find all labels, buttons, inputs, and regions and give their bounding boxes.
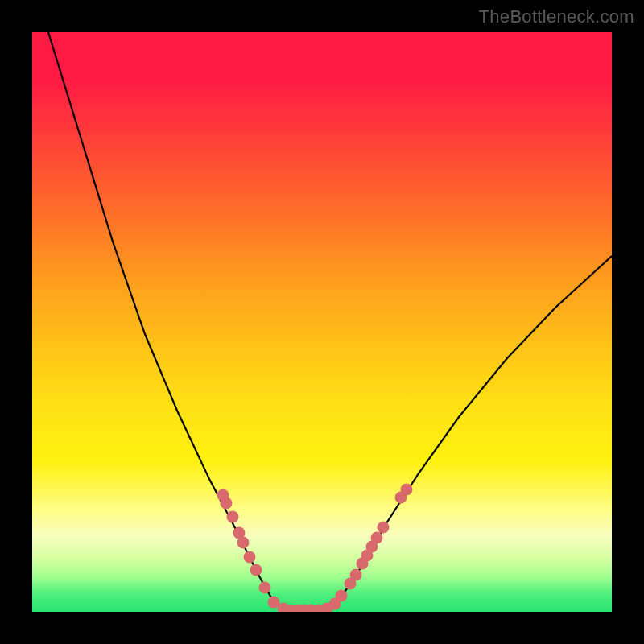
chart-svg — [32, 32, 612, 612]
marker-dot — [259, 582, 271, 594]
marker-dot — [371, 532, 383, 544]
marker-dot — [250, 564, 262, 576]
scatter-markers — [217, 484, 413, 613]
marker-dot — [237, 537, 250, 549]
bottleneck-curve — [48, 32, 612, 610]
marker-dot — [378, 522, 390, 534]
marker-dot — [227, 511, 239, 523]
marker-dot — [221, 497, 233, 510]
marker-dot — [350, 569, 362, 581]
plot-area — [32, 32, 612, 612]
chart-frame: TheBottleneck.com — [0, 0, 644, 644]
marker-dot — [401, 484, 413, 496]
watermark-text: TheBottleneck.com — [479, 6, 634, 27]
marker-dot — [244, 551, 256, 564]
marker-dot — [336, 590, 348, 602]
